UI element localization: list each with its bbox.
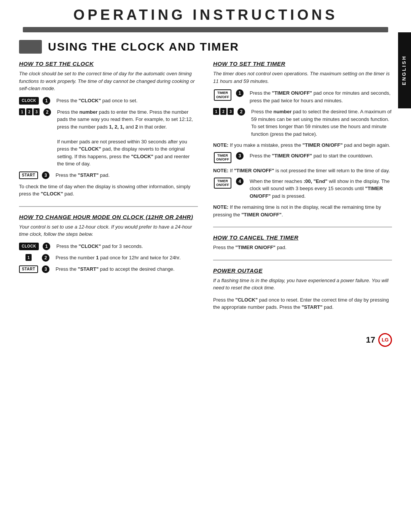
ch-step-3-text: Press the "START" pad to accept the desi… xyxy=(56,265,198,273)
lg-logo: LG xyxy=(378,333,392,347)
step-1-icon: CLOCK xyxy=(19,97,39,105)
clock-key-badge-2: CLOCK xyxy=(19,243,39,250)
section-title: USING THE CLOCK AND TIMER xyxy=(48,40,239,53)
number-badge-123-r: 1 2 3 xyxy=(213,108,234,115)
ch-step-1-icon: CLOCK xyxy=(19,243,39,250)
change-hour-step-2: 1 2 Press the number 1 pad once for 12hr… xyxy=(19,254,198,262)
set-clock-step-1: CLOCK 1 Press the "CLOCK" pad once to se… xyxy=(19,97,198,105)
english-sidebar: ENGLISH xyxy=(398,32,411,108)
change-hour-intro: Your control is set to use a 12-hour clo… xyxy=(19,223,198,238)
ch-step-2-icon: 1 xyxy=(19,254,38,261)
t-step-3-icon: TIMERON/OFF xyxy=(213,152,232,164)
timer-note-3: NOTE: If the remaining time is not in th… xyxy=(213,203,392,218)
step-3-text: Press the "START" pad. xyxy=(56,172,198,179)
change-hour-section: HOW TO CHANGE HOUR MODE ON CLOCK (12HR O… xyxy=(19,214,198,273)
ch-step-3-icon: START xyxy=(19,265,38,273)
timer-note-1: NOTE: If you make a mistake, press the "… xyxy=(213,141,392,149)
step-1-text: Press the "CLOCK" pad once to set. xyxy=(56,97,198,105)
timer-note-2: NOTE: If "TIMER ON/OFF" is not pressed t… xyxy=(213,167,392,175)
main-content: ENGLISH USING THE CLOCK AND TIMER HOW TO… xyxy=(0,32,411,329)
set-timer-step-2: 1 2 3 2 Press the number pad to select t… xyxy=(213,108,392,138)
header: OPERATING INSTRUCTIONS xyxy=(0,0,411,32)
page-title: OPERATING INSTRUCTIONS xyxy=(0,7,411,23)
t-step-4-icon: TIMERON/OFF xyxy=(213,178,232,189)
power-outage-text: Press the "CLOCK" pad once to reset. Ent… xyxy=(213,296,392,311)
timer-on-off-badge-1: TIMERON/OFF xyxy=(214,89,231,101)
timer-on-off-badge-3: TIMERON/OFF xyxy=(214,178,231,189)
ch-step-1-number: 1 xyxy=(43,243,50,250)
cancel-timer-text: Press the "TIMER ON/OFF" pad. xyxy=(213,244,392,251)
left-column: HOW TO SET THE CLOCK The clock should be… xyxy=(19,60,198,318)
ch-step-1-text: Press the "CLOCK" pad for 3 seconds. xyxy=(56,243,198,250)
ch-step-2-number: 2 xyxy=(42,254,49,262)
step-1-number: 1 xyxy=(43,97,50,105)
step-2-number: 2 xyxy=(43,108,51,116)
t-step-2-number: 2 xyxy=(237,108,245,116)
t-step-3-text: Press the "TIMER ON/OFF" pad to start th… xyxy=(250,152,392,160)
step-3-number: 3 xyxy=(42,172,49,179)
set-timer-step-3: TIMERON/OFF 3 Press the "TIMER ON/OFF" p… xyxy=(213,152,392,164)
two-column-layout: HOW TO SET THE CLOCK The clock should be… xyxy=(19,60,392,318)
set-timer-heading: HOW TO SET THE TIMER xyxy=(213,60,392,67)
set-clock-step-2: 1 2 3 2 Press the number pads to enter t… xyxy=(19,108,198,168)
set-timer-step-1: TIMERON/OFF 1 Press the "TIMER ON/OFF" p… xyxy=(213,89,392,104)
t-step-1-text: Press the "TIMER ON/OFF" pad once for mi… xyxy=(250,89,392,104)
t-step-1-number: 1 xyxy=(236,89,244,97)
start-key-badge-2: START xyxy=(19,265,38,273)
t-step-3-number: 3 xyxy=(236,152,244,160)
t-step-2-icon: 1 2 3 xyxy=(213,108,234,115)
section-divider-3 xyxy=(213,260,392,260)
section-title-bar xyxy=(19,40,42,54)
cancel-timer-section: HOW TO CANCEL THE TIMER Press the "TIMER… xyxy=(213,234,392,251)
change-hour-step-3: START 3 Press the "START" pad to accept … xyxy=(19,265,198,273)
set-timer-step-4: TIMERON/OFF 4 When the timer reaches :00… xyxy=(213,178,392,200)
header-bar xyxy=(23,27,388,32)
ch-step-2-text: Press the number 1 pad once for 12hr and… xyxy=(56,254,198,262)
section-divider-2 xyxy=(213,227,392,227)
power-outage-section: POWER OUTAGE If a flashing time is in th… xyxy=(213,267,392,311)
step-2-icon: 1 2 3 xyxy=(19,108,40,115)
set-timer-section: HOW TO SET THE TIMER The timer does not … xyxy=(213,60,392,218)
step-3-icon: START xyxy=(19,172,38,179)
t-step-1-icon: TIMERON/OFF xyxy=(213,89,232,101)
power-outage-intro: If a flashing time is in the display, yo… xyxy=(213,277,392,292)
change-hour-step-1: CLOCK 1 Press the "CLOCK" pad for 3 seco… xyxy=(19,243,198,250)
step-2-text: Press the number pads to enter the time.… xyxy=(57,108,198,168)
timer-on-off-badge-2: TIMERON/OFF xyxy=(214,152,231,164)
page-footer: 17 LG xyxy=(0,329,411,351)
set-clock-step-3: START 3 Press the "START" pad. xyxy=(19,172,198,179)
section-divider-1 xyxy=(19,206,198,207)
set-timer-intro: The timer does not control oven operatio… xyxy=(213,70,392,85)
section-title-row: USING THE CLOCK AND TIMER xyxy=(19,40,392,54)
t-step-2-text: Press the number pad to select the desir… xyxy=(251,108,392,138)
change-hour-heading: HOW TO CHANGE HOUR MODE ON CLOCK (12HR O… xyxy=(19,214,198,220)
set-clock-intro: The clock should be set to the correct t… xyxy=(19,70,198,92)
number-badge-1: 1 xyxy=(25,254,32,261)
set-clock-footer: To check the time of day when the displa… xyxy=(19,183,198,198)
clock-key-badge: CLOCK xyxy=(19,97,39,105)
t-step-4-text: When the timer reaches :00, "End" will s… xyxy=(250,178,392,200)
t-step-4-number: 4 xyxy=(236,178,244,185)
ch-step-3-number: 3 xyxy=(42,265,49,273)
set-clock-heading: HOW TO SET THE CLOCK xyxy=(19,60,198,67)
power-outage-heading: POWER OUTAGE xyxy=(213,267,392,274)
right-column: HOW TO SET THE TIMER The timer does not … xyxy=(213,60,392,318)
page-number: 17 xyxy=(366,335,375,345)
number-badge-123: 1 2 3 xyxy=(19,108,40,115)
set-clock-section: HOW TO SET THE CLOCK The clock should be… xyxy=(19,60,198,198)
start-key-badge: START xyxy=(19,172,38,179)
cancel-timer-heading: HOW TO CANCEL THE TIMER xyxy=(213,234,392,241)
